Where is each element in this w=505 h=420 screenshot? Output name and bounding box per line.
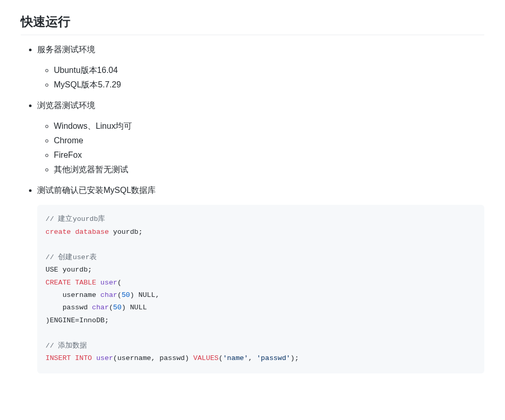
server-env-title: 服务器测试环境 <box>37 43 484 56</box>
main-list: 服务器测试环境 Ubuntu版本16.04 MySQL版本5.7.29 浏览器测… <box>21 43 484 373</box>
list-item: Ubuntu版本16.04 <box>54 64 484 77</box>
list-item: 其他浏览器暂无测试 <box>54 163 484 176</box>
browser-env-sublist: Windows、Linux均可 Chrome FireFox 其他浏览器暂无测试 <box>37 120 484 176</box>
list-item: Chrome <box>54 134 484 147</box>
browser-env-title: 浏览器测试环境 <box>37 99 484 112</box>
list-item: 服务器测试环境 Ubuntu版本16.04 MySQL版本5.7.29 <box>37 43 484 91</box>
mysql-pre-title: 测试前确认已安装MySQL数据库 <box>37 184 484 197</box>
list-item: FireFox <box>54 149 484 161</box>
server-env-sublist: Ubuntu版本16.04 MySQL版本5.7.29 <box>37 64 484 91</box>
list-item: MySQL版本5.7.29 <box>54 79 484 91</box>
list-item: 浏览器测试环境 Windows、Linux均可 Chrome FireFox 其… <box>37 99 484 176</box>
list-item: 测试前确认已安装MySQL数据库 // 建立yourdb库 create dat… <box>37 184 484 373</box>
section-heading: 快速运行 <box>21 12 484 35</box>
list-item: Windows、Linux均可 <box>54 120 484 132</box>
code-content: // 建立yourdb库 create database yourdb; // … <box>46 215 299 362</box>
code-block: // 建立yourdb库 create database yourdb; // … <box>37 205 484 373</box>
